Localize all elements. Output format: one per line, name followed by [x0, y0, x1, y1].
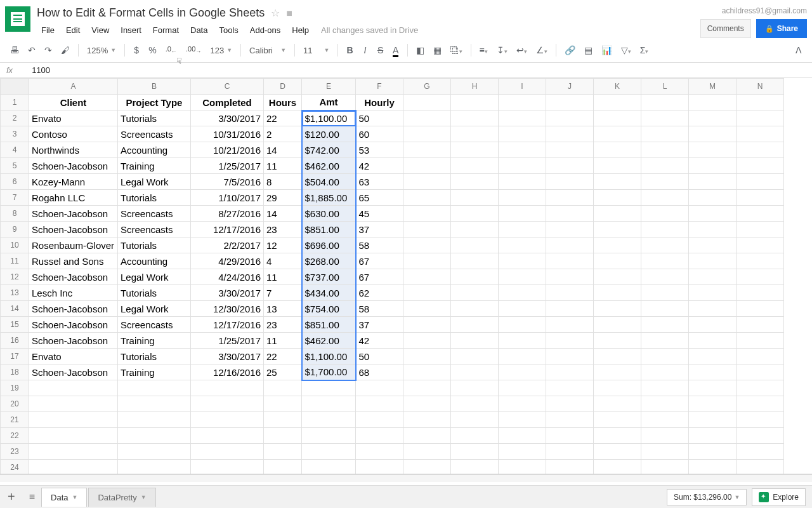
fill-color-button[interactable]: ◧ [412, 42, 428, 58]
cell[interactable] [737, 253, 784, 269]
cell[interactable]: Rosenbaum-Glover [29, 237, 118, 253]
cell[interactable] [29, 412, 118, 428]
cell[interactable]: 12/17/2016 [191, 222, 264, 237]
cell[interactable] [689, 428, 737, 444]
folder-icon[interactable]: ■ [286, 8, 292, 19]
cell[interactable] [689, 317, 737, 333]
cell[interactable]: Tutorials [118, 285, 191, 301]
cell[interactable] [499, 396, 546, 412]
cell[interactable] [302, 460, 356, 475]
row-header-7[interactable]: 7 [1, 190, 29, 206]
cell[interactable] [737, 460, 784, 475]
cell[interactable]: 4/29/2016 [191, 253, 264, 269]
cell[interactable] [546, 95, 594, 110]
cell[interactable] [594, 190, 641, 206]
cell[interactable] [641, 126, 689, 142]
cell[interactable]: 2 [264, 126, 302, 142]
cell[interactable] [546, 349, 594, 364]
currency-button[interactable]: $ [129, 42, 143, 58]
cell[interactable]: 8/27/2016 [191, 206, 264, 222]
cell[interactable] [499, 412, 546, 428]
header-cell[interactable]: Hourly [356, 95, 403, 110]
cell[interactable] [689, 333, 737, 349]
cell[interactable] [689, 174, 737, 190]
cell[interactable] [403, 222, 451, 237]
cell[interactable] [356, 428, 403, 444]
cell[interactable] [264, 396, 302, 412]
cell[interactable] [546, 460, 594, 475]
cell[interactable]: Envato [29, 110, 118, 126]
cell[interactable]: 14 [264, 206, 302, 222]
cell[interactable] [451, 317, 499, 333]
cell[interactable] [499, 142, 546, 158]
cell[interactable]: Accounting [118, 253, 191, 269]
row-header-17[interactable]: 17 [1, 349, 29, 364]
cell[interactable]: 14 [264, 142, 302, 158]
horizontal-scrollbar[interactable] [0, 474, 812, 482]
cell[interactable] [737, 349, 784, 364]
cell[interactable] [499, 301, 546, 317]
wrap-button[interactable]: ↩▾ [513, 42, 531, 58]
cell[interactable] [689, 412, 737, 428]
cell[interactable] [29, 460, 118, 475]
cell[interactable]: 11 [264, 269, 302, 285]
cell[interactable] [451, 190, 499, 206]
cell[interactable] [689, 206, 737, 222]
cell[interactable] [499, 237, 546, 253]
cell[interactable] [499, 269, 546, 285]
cell-amt[interactable]: $754.00 [302, 301, 356, 317]
cell-amt[interactable]: $696.00 [302, 237, 356, 253]
cell[interactable] [737, 317, 784, 333]
cell[interactable] [641, 349, 689, 364]
cell[interactable] [499, 349, 546, 364]
cell[interactable] [546, 142, 594, 158]
cell[interactable] [29, 428, 118, 444]
cell[interactable] [403, 126, 451, 142]
cell-amt[interactable]: $742.00 [302, 142, 356, 158]
cell[interactable]: Schoen-Jacobson [29, 222, 118, 237]
cell[interactable] [689, 380, 737, 396]
col-header-L[interactable]: L [641, 79, 689, 95]
cell[interactable] [403, 95, 451, 110]
cell[interactable]: 42 [356, 333, 403, 349]
zoom-dropdown[interactable]: 125%▼ [83, 43, 120, 58]
row-header-20[interactable]: 20 [1, 396, 29, 412]
cell[interactable] [403, 301, 451, 317]
cell[interactable] [356, 396, 403, 412]
cell[interactable]: Schoen-Jacobson [29, 158, 118, 174]
cell[interactable]: 10/21/2016 [191, 142, 264, 158]
cell[interactable] [546, 396, 594, 412]
cell[interactable] [641, 285, 689, 301]
col-header-J[interactable]: J [546, 79, 594, 95]
cell[interactable] [191, 460, 264, 475]
cell[interactable] [118, 444, 191, 460]
cell[interactable]: Northwinds [29, 142, 118, 158]
cell[interactable] [641, 95, 689, 110]
cell[interactable] [641, 190, 689, 206]
cell[interactable] [403, 428, 451, 444]
cell[interactable] [403, 237, 451, 253]
cell[interactable] [594, 349, 641, 364]
cell[interactable] [689, 349, 737, 364]
cell[interactable] [737, 412, 784, 428]
cell[interactable] [594, 333, 641, 349]
cell[interactable]: 67 [356, 253, 403, 269]
cell[interactable] [356, 460, 403, 475]
undo-icon[interactable]: ↶ [24, 42, 39, 58]
cell[interactable] [689, 237, 737, 253]
row-header-9[interactable]: 9 [1, 222, 29, 237]
cell[interactable] [737, 206, 784, 222]
cell[interactable]: 63 [356, 174, 403, 190]
comments-button[interactable]: Comments [700, 19, 751, 38]
cell[interactable]: 3/30/2017 [191, 285, 264, 301]
cell[interactable] [546, 412, 594, 428]
cell[interactable] [737, 269, 784, 285]
cell[interactable] [499, 95, 546, 110]
cell[interactable]: Kozey-Mann [29, 174, 118, 190]
cell[interactable] [689, 253, 737, 269]
cell[interactable] [594, 222, 641, 237]
cell[interactable] [264, 444, 302, 460]
cell[interactable] [546, 190, 594, 206]
cell[interactable] [689, 110, 737, 126]
cell[interactable] [403, 380, 451, 396]
